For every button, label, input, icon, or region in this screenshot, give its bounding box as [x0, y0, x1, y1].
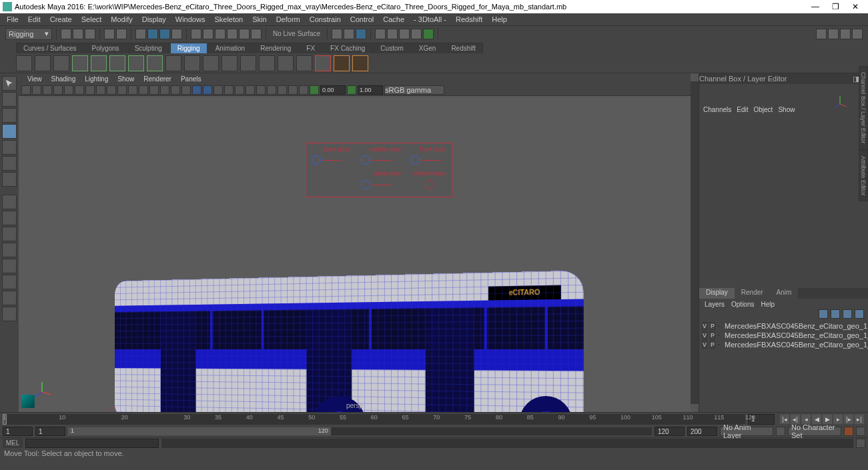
shelf-skin-icon[interactable]	[165, 55, 181, 71]
layer-visible-toggle[interactable]: V	[702, 331, 707, 339]
bookmark-icon[interactable]	[43, 85, 52, 95]
panel-menu-panels[interactable]: Panels	[177, 75, 205, 83]
layer-menu-layers[interactable]: Layers	[705, 301, 725, 308]
menu-edit[interactable]: Edit	[24, 15, 45, 24]
new-layer-selected-icon[interactable]	[855, 309, 864, 319]
shelf-tab-curvessurfaces[interactable]: Curves / Surfaces	[16, 43, 83, 53]
render-view-icon[interactable]	[375, 29, 386, 39]
viewcube[interactable]	[832, 93, 848, 109]
shelf-ik-icon[interactable]	[72, 55, 88, 71]
rig-back-door-control[interactable]	[312, 155, 321, 165]
rig-controls-panel[interactable]: back door middle door front door cabin d…	[306, 143, 452, 197]
bus-model[interactable]: eCITARO	[92, 269, 599, 412]
open-scene-icon[interactable]	[73, 29, 83, 39]
rig-front-door-control[interactable]	[410, 155, 420, 165]
panel-menu-shading[interactable]: Shading	[48, 75, 79, 83]
layer-menu-help[interactable]: Help	[761, 301, 775, 308]
shelf-tab-sculpting[interactable]: Sculpting	[127, 43, 169, 53]
menu-skin[interactable]: Skin	[248, 15, 270, 24]
shelf-tab-polygons[interactable]: Polygons	[84, 43, 126, 53]
wireframe-icon[interactable]	[128, 85, 137, 95]
snap-curve-icon[interactable]	[203, 29, 213, 39]
select-mode-icon[interactable]	[135, 29, 146, 39]
layout-two-v-icon[interactable]	[2, 243, 17, 257]
shelf-constraint2-icon[interactable]	[296, 55, 312, 71]
snap-live-icon[interactable]	[251, 29, 262, 39]
range-track[interactable]: 1 120	[68, 427, 652, 435]
gamma-input[interactable]	[358, 85, 383, 95]
paint-select-tool[interactable]	[2, 108, 17, 123]
panel-menu-renderer[interactable]: Renderer	[140, 75, 175, 83]
isolate-icon[interactable]	[181, 85, 191, 95]
shelf-constraint-icon[interactable]	[278, 55, 294, 71]
snap-point-icon[interactable]	[215, 29, 226, 39]
lasso-tool[interactable]	[2, 92, 17, 107]
play-forward-icon[interactable]: ▶	[823, 415, 832, 424]
shelf-deform2-icon[interactable]	[240, 55, 256, 71]
layer-type-toggle[interactable]	[718, 325, 719, 327]
step-back-key-icon[interactable]: ◂|	[791, 415, 800, 424]
shadows-icon[interactable]	[171, 85, 180, 95]
step-back-icon[interactable]: ◂	[801, 415, 811, 424]
layout-four-icon[interactable]	[2, 211, 17, 225]
shelf-ik2-icon[interactable]	[91, 55, 107, 71]
color-space-dropdown[interactable]: sRGB gamma	[384, 85, 444, 95]
grid-icon[interactable]	[85, 85, 95, 95]
script-editor-icon[interactable]	[856, 439, 865, 448]
dof-icon[interactable]	[246, 85, 255, 95]
v4-icon[interactable]	[299, 85, 308, 95]
range-handle[interactable]: 1 120	[68, 427, 331, 435]
resolution-gate-icon[interactable]	[107, 85, 116, 95]
maximize-button[interactable]: ❐	[825, 2, 845, 11]
motion-blur-icon[interactable]	[224, 85, 234, 95]
menu-cache[interactable]: Cache	[379, 15, 408, 24]
panel-menu-lighting[interactable]: Lighting	[81, 75, 111, 83]
menu-skeleton[interactable]: Skeleton	[210, 15, 247, 24]
layer-type-toggle[interactable]	[718, 335, 719, 336]
go-end-icon[interactable]: ▸|	[855, 415, 864, 424]
layer-row[interactable]: V P MercedesFBXASC045Benz_eCitaro_geo_1	[699, 321, 868, 331]
play-back-icon[interactable]: ◀	[812, 415, 821, 424]
shelf-deform-icon[interactable]	[222, 55, 238, 71]
shelf-skin2-icon[interactable]	[184, 55, 200, 71]
2d-pan-icon[interactable]	[64, 85, 73, 95]
tool-settings-icon[interactable]	[840, 29, 851, 39]
menu-file[interactable]: File	[3, 15, 23, 24]
snap-view-icon[interactable]	[239, 29, 250, 39]
menu-set-dropdown[interactable]: Rigging▾	[5, 28, 52, 40]
ao-icon[interactable]	[213, 85, 223, 95]
layer-tab-anim[interactable]: Anim	[770, 288, 799, 299]
maya-home-icon[interactable]	[21, 395, 35, 408]
layer-playback-toggle[interactable]: P	[710, 331, 715, 339]
shelf-joint3-icon[interactable]	[53, 55, 69, 71]
layout-persp-icon[interactable]	[2, 275, 17, 289]
new-scene-icon[interactable]	[61, 29, 71, 39]
layout-two-icon[interactable]	[2, 227, 17, 241]
shelf-tab-fx[interactable]: FX	[299, 43, 322, 53]
menu-windows[interactable]: Windows	[171, 15, 209, 24]
shelf-joint2-icon[interactable]	[35, 55, 51, 71]
v2-icon[interactable]	[278, 85, 287, 95]
auto-key-icon[interactable]	[844, 427, 853, 436]
time-slider-track[interactable]: 1102030354045505560657075808590951001051…	[3, 414, 745, 425]
shelf-tab-redshift[interactable]: Redshift	[444, 43, 483, 53]
script-language-label[interactable]: MEL	[3, 439, 23, 448]
shelf-control2-icon[interactable]	[352, 55, 368, 71]
layer-row[interactable]: V P MercedesFBXASC045Benz_eCitaro_geo_1_…	[699, 340, 868, 349]
construction-history-icon[interactable]	[332, 29, 342, 39]
save-scene-icon[interactable]	[85, 29, 95, 39]
layer-visible-toggle[interactable]: V	[702, 341, 707, 349]
image-plane-icon[interactable]	[53, 85, 63, 95]
shelf-ik4-icon[interactable]	[128, 55, 144, 71]
layout-outliner-icon[interactable]	[2, 259, 17, 273]
lights-icon[interactable]	[160, 85, 169, 95]
range-inner-start-input[interactable]	[35, 427, 65, 436]
snap-plane-icon[interactable]	[227, 29, 238, 39]
new-empty-layer-icon[interactable]	[843, 309, 852, 319]
layout-custom-icon[interactable]	[2, 291, 17, 305]
select-tool[interactable]	[2, 76, 17, 91]
v1-icon[interactable]	[267, 85, 276, 95]
render-settings-icon[interactable]	[387, 29, 398, 39]
v6-icon[interactable]	[347, 85, 356, 95]
select-mask3-icon[interactable]	[171, 29, 182, 39]
